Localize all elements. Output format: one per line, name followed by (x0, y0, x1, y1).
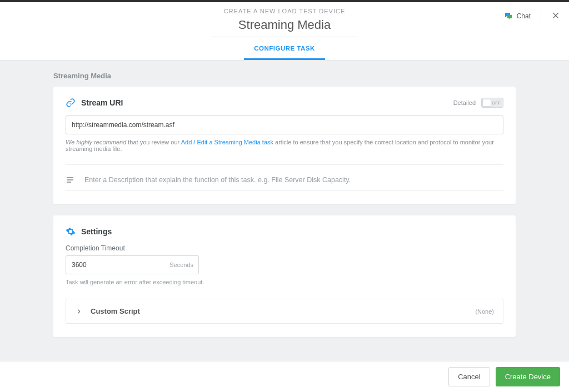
detailed-toggle[interactable]: OFF (481, 98, 503, 108)
timeout-suffix: Seconds (169, 262, 193, 268)
chat-button[interactable]: Chat (503, 11, 531, 21)
timeout-label: Completion Timeout (66, 244, 503, 252)
settings-card: Settings Completion Timeout Seconds Task… (53, 215, 516, 337)
stream-uri-card: Stream URI Detailed OFF We highly recomm… (53, 87, 516, 204)
svg-rect-2 (67, 177, 73, 178)
divider (66, 164, 503, 165)
gear-icon (66, 227, 76, 237)
page-title: Streaming Media (212, 18, 357, 37)
stream-uri-input[interactable] (66, 115, 503, 134)
header: CREATE A NEW LOAD TEST DEVICE Streaming … (0, 2, 569, 61)
chat-label: Chat (517, 12, 531, 20)
svg-rect-4 (67, 182, 71, 182)
help-link[interactable]: Add / Edit a Streaming Media task (181, 139, 273, 145)
link-icon (66, 98, 76, 108)
stream-uri-title: Stream URI (81, 98, 123, 107)
close-icon (551, 11, 560, 20)
detailed-label: Detailed (453, 99, 476, 106)
svg-rect-3 (67, 179, 73, 180)
close-button[interactable] (551, 11, 560, 22)
chevron-right-icon (75, 308, 83, 315)
section-label: Streaming Media (53, 72, 516, 80)
settings-title: Settings (81, 227, 112, 236)
help-em: We highly recommend (66, 139, 126, 145)
footer-bar: Cancel Create Device (0, 361, 569, 392)
divider (541, 10, 541, 22)
tab-configure-task[interactable]: CONFIGURE TASK (244, 39, 325, 60)
toggle-state-label: OFF (492, 100, 501, 105)
stream-help-text: We highly recommend that you review our … (66, 139, 503, 152)
help-mid: that you review our (126, 139, 181, 145)
custom-script-label: Custom Script (91, 307, 140, 315)
chat-icon (503, 11, 513, 21)
timeout-hint: Task will generate an error after exceed… (66, 279, 503, 285)
breadcrumb: CREATE A NEW LOAD TEST DEVICE (0, 8, 569, 14)
custom-script-accordion[interactable]: Custom Script (None) (66, 299, 503, 324)
cancel-button[interactable]: Cancel (448, 367, 490, 386)
custom-script-status: (None) (475, 308, 494, 315)
description-icon (66, 175, 74, 184)
description-input[interactable] (84, 173, 503, 187)
create-device-button[interactable]: Create Device (496, 367, 560, 386)
toggle-knob (482, 99, 491, 107)
